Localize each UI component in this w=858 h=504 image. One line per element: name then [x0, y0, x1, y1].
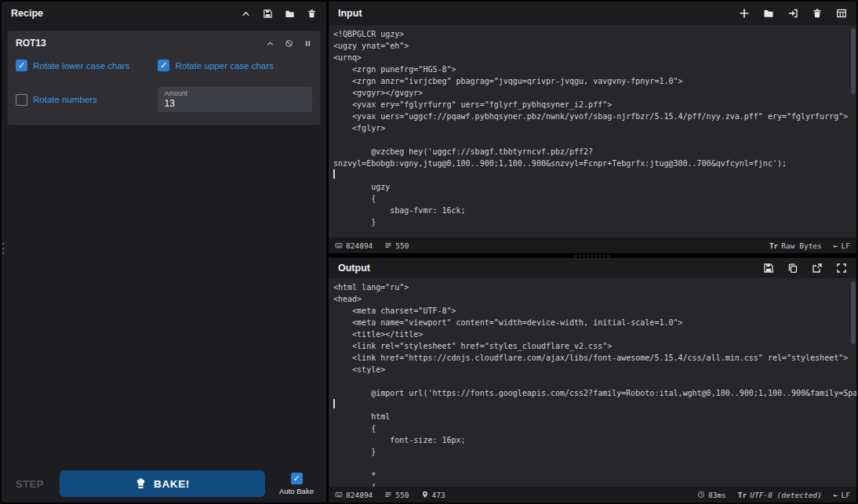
amount-label: Amount — [164, 89, 306, 97]
recipe-title: Recipe — [11, 8, 43, 19]
line-count-icon — [384, 241, 392, 249]
auto-bake-checkbox[interactable] — [291, 473, 303, 484]
input-caret — [333, 169, 335, 179]
arg-rotate-upper[interactable]: Rotate upper case chars — [158, 60, 312, 71]
input-scrollbar[interactable] — [851, 28, 856, 94]
output-line-count: 550 — [384, 491, 409, 499]
auto-bake-label: Auto Bake — [279, 487, 314, 495]
amount-input[interactable]: Amount 13 — [158, 87, 312, 112]
encoding-icon: Tr — [769, 241, 778, 250]
input-eol-selector[interactable]: ← LF — [834, 241, 850, 250]
output-cursor-position: 473 — [421, 491, 445, 499]
clear-recipe-icon[interactable] — [307, 9, 317, 19]
output-viewer-area: <html lang="ru"> <head> <meta charset="U… — [329, 278, 856, 487]
input-title: Input — [338, 8, 362, 19]
arg-label: Rotate upper case chars — [175, 61, 273, 71]
chef-hat-icon — [135, 478, 147, 490]
arg-rotate-numbers[interactable]: Rotate numbers — [16, 94, 153, 106]
io-pane: Input <!QBPGLCR ugzy> <ugzy ynat="eh"> <… — [329, 2, 856, 502]
input-editor-area: <!QBPGLCR ugzy> <ugzy ynat="eh"> <urnq> … — [329, 25, 856, 237]
input-line-count: 550 — [384, 241, 409, 250]
output-caret — [333, 399, 335, 408]
open-folder-icon[interactable] — [763, 8, 774, 19]
maximise-output-icon[interactable] — [836, 263, 847, 274]
output-eol-selector[interactable]: ← LF — [834, 491, 850, 499]
line-count-icon — [384, 491, 392, 499]
cursor-position-icon — [421, 491, 429, 499]
eol-icon: ← — [834, 241, 838, 250]
add-input-tab-icon[interactable] — [739, 8, 750, 19]
input-encoding-selector[interactable]: Tr Raw Bytes — [769, 241, 822, 250]
operation-rot13[interactable]: ROT13 Rotate lower case chars Rotate u — [7, 31, 321, 125]
open-file-icon[interactable] — [787, 8, 798, 19]
io-splitter[interactable]: ········· — [329, 253, 856, 258]
recipe-list: ROT13 Rotate lower case chars Rotate u — [2, 25, 326, 465]
bake-button[interactable]: BAKE! — [60, 470, 265, 497]
char-count-icon — [335, 241, 343, 249]
load-recipe-icon[interactable] — [285, 9, 295, 19]
collapse-recipe-icon[interactable] — [241, 9, 251, 19]
input-char-count: 824894 — [335, 241, 373, 250]
amount-value: 13 — [164, 98, 306, 109]
replace-input-icon[interactable] — [812, 263, 823, 274]
clock-icon — [697, 491, 705, 499]
rotate-numbers-checkbox[interactable] — [16, 94, 27, 106]
save-output-icon[interactable] — [763, 263, 774, 274]
recipe-controls: STEP BAKE! Auto Bake — [2, 465, 326, 502]
output-title: Output — [338, 263, 370, 274]
step-button[interactable]: STEP — [9, 478, 50, 490]
output-viewer: <html lang="ru"> <head> <meta charset="U… — [329, 278, 856, 487]
copy-output-icon[interactable] — [787, 263, 798, 274]
recipe-header: Recipe — [2, 2, 326, 25]
operation-name: ROT13 — [16, 38, 46, 49]
arg-label: Rotate numbers — [33, 95, 97, 104]
clear-io-icon[interactable] — [812, 8, 823, 19]
recipe-pane: Recipe ROT13 — [2, 2, 329, 502]
arg-label: Rotate lower case chars — [33, 61, 129, 71]
breakpoint-icon[interactable] — [304, 39, 312, 48]
eol-icon: ← — [834, 491, 838, 499]
operations-panel-resize-handle[interactable] — [2, 243, 4, 254]
encoding-icon: Tr — [738, 491, 747, 499]
output-status-bar: 824894 550 473 83ms Tr UTF-8 (d — [329, 487, 856, 502]
output-char-count: 824894 — [335, 491, 373, 499]
output-header: Output — [329, 258, 856, 278]
rotate-upper-checkbox[interactable] — [158, 60, 169, 71]
rotate-lower-checkbox[interactable] — [16, 60, 27, 71]
operation-header[interactable]: ROT13 — [8, 31, 320, 52]
auto-bake-control[interactable]: Auto Bake — [274, 473, 318, 495]
input-editor[interactable]: <!QBPGLCR ugzy> <ugzy ynat="eh"> <urnq> … — [329, 25, 856, 237]
collapse-operation-icon[interactable] — [266, 39, 274, 48]
bake-time: 83ms — [697, 491, 726, 499]
disable-operation-icon[interactable] — [285, 39, 293, 48]
cyberchef-app: Recipe ROT13 — [0, 0, 858, 504]
arg-rotate-lower[interactable]: Rotate lower case chars — [16, 60, 153, 71]
save-recipe-icon[interactable] — [263, 9, 273, 19]
splitter-handle-dots[interactable]: ········· — [574, 253, 610, 258]
bake-label: BAKE! — [154, 478, 190, 490]
input-header: Input — [329, 2, 856, 25]
char-count-icon — [335, 491, 343, 499]
operation-args: Rotate lower case chars Rotate upper cas… — [8, 52, 320, 125]
output-scrollbar[interactable] — [851, 281, 856, 344]
reset-layout-icon[interactable] — [836, 8, 847, 19]
output-encoding-selector[interactable]: Tr UTF-8 (detected) — [738, 491, 822, 499]
